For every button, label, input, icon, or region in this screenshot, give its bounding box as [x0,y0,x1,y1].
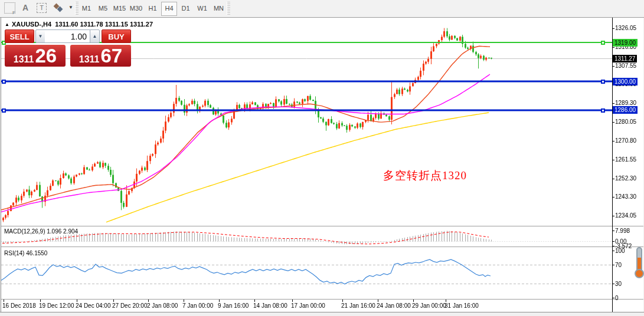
rsi-tick-label: 0 [615,295,619,301]
collapse-icon[interactable]: ▲ [5,22,9,27]
price-level-badge: 1286.00 [613,106,638,114]
sell-button[interactable]: SELL [5,29,34,43]
buy-price-base: 1311 [79,50,100,70]
shapes-dropdown-caret-icon[interactable]: ▼ [68,5,73,10]
ohlc-values: 1311.60 1311.78 1311.15 1311.27 [55,21,153,28]
sell-price-button[interactable]: 1311 26 [5,45,66,67]
fibonacci-tool-icon[interactable]: F [4,2,15,14]
buy-button[interactable]: BUY [102,29,131,43]
time-tick-label: 14 Jan 08:00 [253,302,287,309]
thermometer-icon[interactable] [635,247,644,279]
price-tick-label: 1280.05 [615,119,636,125]
timeframe-button-m30[interactable]: M30 [128,2,144,15]
volume-increase-button[interactable]: ▲ [90,29,100,43]
time-tick-label: 2 Jan 08:00 [147,302,178,309]
price-tick-label: 1252.30 [615,175,636,182]
rsi-tick-label: 30 [615,281,622,287]
timeframe-button-h4[interactable]: H4 [161,2,177,16]
time-tick-label: 29 Jan 00:00 [412,302,446,309]
buy-price-pips: 67 [101,45,123,67]
time-tick-label: 24 Jan 08:00 [377,302,411,309]
sell-price-base: 1311 [14,50,34,70]
chart-title: ▲XAUUSD-,H4 1311.60 1311.78 1311.15 1311… [5,21,153,28]
price-tick-label: 1289.30 [615,100,636,106]
label-tool-icon[interactable]: T [37,3,47,13]
timeframe-button-h1[interactable]: H1 [145,2,161,15]
text-tool-icon[interactable]: A [22,3,28,12]
sell-price-pips: 26 [35,45,57,67]
timeframe-button-m15[interactable]: M15 [112,2,128,15]
time-tick-label: 21 Jan 16:00 [341,302,375,309]
time-tick-label: 16 Dec 2018 [2,302,36,309]
buy-price-button[interactable]: 1311 67 [70,45,131,67]
timeframe-button-w1[interactable]: W1 [194,2,210,15]
time-tick-label: 31 Jan 16:00 [444,302,479,309]
rsi-indicator-label: RSI(14) 46.1550 [4,250,47,256]
price-tick-label: 1307.55 [615,62,636,69]
toolbar-grip[interactable] [227,2,230,15]
price-level-badge: 1300.00 [613,78,638,85]
rsi-tick-label: 100 [615,248,625,254]
symbol-period: XAUUSD-,H4 [12,21,51,28]
price-tick-label: 1326.05 [615,25,636,31]
price-tick-label: 1270.80 [615,137,636,144]
macd-indicator-label: MACD(12,26,9) 1.096 2.904 [4,228,78,235]
time-tick-label: 17 Jan 00:00 [291,302,325,309]
time-tick-label: 24 Dec 04:00 [76,302,111,309]
time-tick-label: 19 Dec 12:00 [39,302,74,309]
time-tick-label: 7 Jan 00:00 [182,302,213,309]
rsi-tick-label: 70 [615,262,622,268]
price-tick-label: 1261.55 [615,156,636,163]
timeframe-button-m5[interactable]: M5 [95,2,111,15]
time-tick-label: 27 Dec 20:00 [112,302,148,309]
timeframe-button-m1[interactable]: M1 [79,2,94,15]
price-tick-label: 1234.05 [615,212,636,219]
mt4-window: F A T ▼ M1M5M15M30H1H4D1W1MN ▲XAUUSD-,H4… [0,0,644,316]
volume-decrease-button[interactable]: ▼ [35,29,45,43]
macd-tick-label: 7.998 [615,228,630,234]
timeframe-button-d1[interactable]: D1 [178,2,194,15]
diamond-icon [57,6,63,12]
shapes-tool-icon[interactable] [53,4,66,13]
toolbar: F A T ▼ M1M5M15M30H1H4D1W1MN [0,0,644,18]
timeframe-button-mn[interactable]: MN [211,2,227,15]
price-level-badge: 1319.00 [613,39,638,47]
volume-input[interactable] [45,29,90,43]
chart-text-annotation[interactable]: 多空转折点1320 [383,168,467,183]
current-price-badge: 1311.27 [613,55,637,62]
price-tick-label: 1243.30 [615,193,636,200]
time-tick-label: 9 Jan 16:00 [218,302,249,309]
thermometer-bulb [635,269,644,278]
